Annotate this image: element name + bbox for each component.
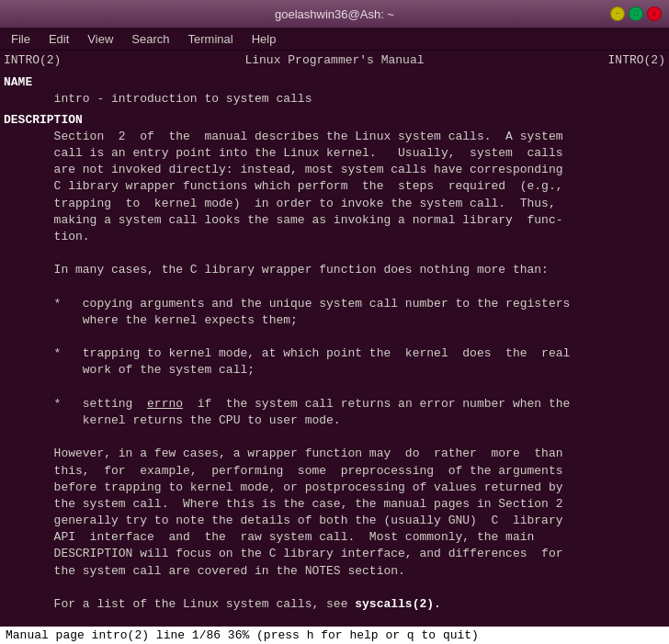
- syscalls-ref: syscalls(2).: [355, 597, 441, 611]
- menu-file[interactable]: File: [4, 30, 38, 48]
- menu-terminal[interactable]: Terminal: [181, 30, 241, 48]
- desc-line-4: C library wrapper functions which perfor…: [4, 178, 665, 195]
- desc-line-1: Section 2 of the manual describes the Li…: [4, 129, 665, 145]
- bullet-1-line-2: where the kernel expects them;: [4, 312, 665, 329]
- bullet-1-line-1: * copying arguments and the unique syste…: [4, 296, 665, 312]
- status-bar: Manual page intro(2) line 1/86 36% (pres…: [0, 627, 669, 644]
- name-heading: NAME: [4, 75, 32, 89]
- menu-view[interactable]: View: [80, 30, 120, 48]
- bullet-2-line-2: work of the system call;: [4, 362, 665, 378]
- bullet-3-line-2: kernel returns the CPU to user mode.: [4, 412, 665, 429]
- maximize-button[interactable]: □: [629, 6, 643, 21]
- desc-line-3: are not invoked directly: instead, most …: [4, 162, 665, 178]
- header-center: Linux Programmer's Manual: [244, 52, 424, 69]
- desc-line-6: making a system call looks the same as i…: [4, 212, 665, 229]
- terminal-content: INTRO(2) Linux Programmer's Manual INTRO…: [0, 51, 669, 627]
- para-3-line-1: For a list of the Linux system calls, se…: [4, 596, 665, 613]
- bullet-3-spacer: [4, 429, 665, 446]
- desc-line-5: trapping to kernel mode) in order to inv…: [4, 196, 665, 212]
- minimize-button[interactable]: –: [610, 6, 625, 21]
- bullet-2-spacer: [4, 379, 665, 396]
- desc-line-10: [4, 278, 665, 295]
- title-bar: goelashwin36@Ash: ~ – □ ✕: [0, 0, 669, 28]
- errno-text: errno: [147, 397, 183, 411]
- bullet-2-line-1: * trapping to kernel mode, at which poin…: [4, 345, 665, 362]
- para-2-line-7: DESCRIPTION will focus on the C library …: [4, 546, 665, 562]
- window-title: goelashwin36@Ash: ~: [275, 7, 394, 21]
- para-2-line-3: before trapping to kernel mode, or postp…: [4, 480, 665, 496]
- close-button[interactable]: ✕: [647, 6, 662, 21]
- para-2-line-6: API interface and the raw system call. M…: [4, 529, 665, 546]
- bullet-1-spacer: [4, 329, 665, 345]
- menu-help[interactable]: Help: [244, 30, 284, 48]
- para-2-line-4: the system call. Where this is the case,…: [4, 496, 665, 513]
- menu-bar: File Edit View Search Terminal Help: [0, 28, 669, 51]
- para-2-line-5: generally try to note the details of bot…: [4, 513, 665, 529]
- name-content: intro - introduction to system calls: [4, 91, 665, 107]
- man-page-header: INTRO(2) Linux Programmer's Manual INTRO…: [4, 52, 665, 69]
- para-2-line-8: the system call are covered in the NOTES…: [4, 563, 665, 580]
- menu-search[interactable]: Search: [124, 30, 176, 48]
- section-description-label: DESCRIPTION: [4, 112, 665, 129]
- header-left: INTRO(2): [4, 52, 61, 69]
- header-right: INTRO(2): [608, 52, 665, 69]
- desc-line-7: tion.: [4, 229, 665, 245]
- para-2-spacer: [4, 580, 665, 596]
- desc-line-8: [4, 245, 665, 262]
- para-2-line-2: this, for example, performing some prepr…: [4, 463, 665, 480]
- para-2-line-1: However, in a few cases, a wrapper funct…: [4, 446, 665, 462]
- bullet-3-line-1: * setting errno if the system call retur…: [4, 396, 665, 412]
- desc-line-9: In many cases, the C library wrapper fun…: [4, 262, 665, 278]
- menu-edit[interactable]: Edit: [41, 30, 76, 48]
- window-controls: – □ ✕: [610, 6, 662, 21]
- section-name-label: NAME: [4, 74, 665, 91]
- desc-line-2: call is an entry point into the Linux ke…: [4, 145, 665, 162]
- description-heading: DESCRIPTION: [4, 113, 83, 127]
